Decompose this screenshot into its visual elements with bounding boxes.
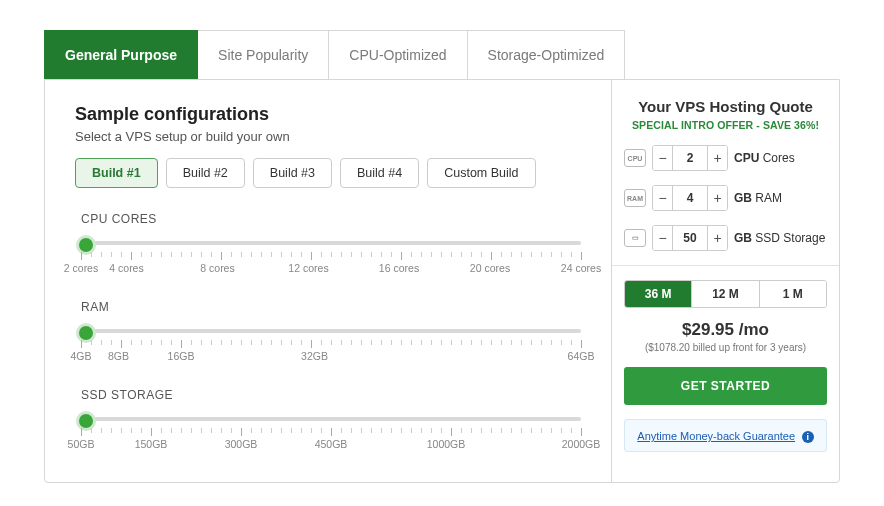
ram-slider-label: RAM <box>81 300 581 314</box>
tab-storage-optimized[interactable]: Storage-Optimized <box>468 30 626 79</box>
ssd-mark-150: 150GB <box>135 438 168 450</box>
cpu-slider[interactable] <box>81 236 581 250</box>
info-icon[interactable]: i <box>802 431 814 443</box>
config-panel: Sample configurations Select a VPS setup… <box>44 79 840 483</box>
custom-build-button[interactable]: Custom Build <box>427 158 535 188</box>
ssd-marks: 50GB 150GB 300GB 450GB 1000GB 2000GB <box>81 438 581 452</box>
ssd-mark-1000: 1000GB <box>427 438 466 450</box>
ssd-ruler <box>81 428 581 438</box>
quote-title: Your VPS Hosting Quote <box>624 98 827 115</box>
ram-track <box>81 329 581 333</box>
ram-label: GB RAM <box>734 191 782 205</box>
build-1-button[interactable]: Build #1 <box>75 158 158 188</box>
ram-slider[interactable] <box>81 324 581 338</box>
ram-mark-64: 64GB <box>568 350 595 362</box>
cpu-minus-button[interactable]: − <box>653 146 673 170</box>
cpu-mark-20: 20 cores <box>470 262 510 274</box>
ssd-value: 50 <box>673 226 707 250</box>
ram-icon: RAM <box>624 189 646 207</box>
ssd-mark-300: 300GB <box>225 438 258 450</box>
ram-ruler <box>81 340 581 350</box>
ram-minus-button[interactable]: − <box>653 186 673 210</box>
cpu-slider-group: CPU CORES 2 cores 4 cores 8 cores 12 cor… <box>75 212 581 276</box>
term-1m[interactable]: 1 M <box>759 281 826 307</box>
ssd-minus-button[interactable]: − <box>653 226 673 250</box>
cpu-track <box>81 241 581 245</box>
ssd-mark-2000: 2000GB <box>562 438 601 450</box>
tab-general-purpose[interactable]: General Purpose <box>44 30 198 79</box>
ssd-icon: ▭ <box>624 229 646 247</box>
ssd-mark-50: 50GB <box>68 438 95 450</box>
cpu-value: 2 <box>673 146 707 170</box>
cpu-mark-12: 12 cores <box>288 262 328 274</box>
cpu-plus-button[interactable]: + <box>707 146 727 170</box>
build-4-button[interactable]: Build #4 <box>340 158 419 188</box>
guarantee-link[interactable]: Anytime Money-back Guarantee <box>637 430 795 442</box>
cpu-spec-row: CPU − 2 + CPU Cores <box>624 145 827 171</box>
ssd-slider[interactable] <box>81 412 581 426</box>
cpu-label: CPU Cores <box>734 151 795 165</box>
config-subtitle: Select a VPS setup or build your own <box>75 129 581 144</box>
ram-marks: 4GB 8GB 16GB 32GB 64GB <box>81 350 581 364</box>
ssd-stepper: − 50 + <box>652 225 728 251</box>
term-selector: 36 M 12 M 1 M <box>624 280 827 308</box>
cpu-mark-2: 2 cores <box>64 262 98 274</box>
ram-mark-8: 8GB <box>108 350 129 362</box>
ssd-plus-button[interactable]: + <box>707 226 727 250</box>
ram-stepper: − 4 + <box>652 185 728 211</box>
price-note: ($1078.20 billed up front for 3 years) <box>624 342 827 353</box>
cpu-mark-24: 24 cores <box>561 262 601 274</box>
config-left: Sample configurations Select a VPS setup… <box>45 80 611 482</box>
cpu-icon: CPU <box>624 149 646 167</box>
tab-cpu-optimized[interactable]: CPU-Optimized <box>329 30 467 79</box>
ssd-slider-group: SSD STORAGE 50GB 150GB 300GB 450GB 1000G… <box>75 388 581 452</box>
quote-panel: Your VPS Hosting Quote SPECIAL INTRO OFF… <box>611 80 839 482</box>
ssd-slider-label: SSD STORAGE <box>81 388 581 402</box>
ram-mark-32: 32GB <box>301 350 328 362</box>
cpu-ruler <box>81 252 581 262</box>
ram-slider-group: RAM 4GB 8GB 16GB 32GB 64GB <box>75 300 581 364</box>
build-presets: Build #1 Build #2 Build #3 Build #4 Cust… <box>75 158 581 188</box>
cpu-marks: 2 cores 4 cores 8 cores 12 cores 16 core… <box>81 262 581 276</box>
ssd-track <box>81 417 581 421</box>
price: $29.95 /mo <box>624 320 827 340</box>
term-36m[interactable]: 36 M <box>625 281 691 307</box>
ssd-label: GB SSD Storage <box>734 231 825 245</box>
ram-mark-4: 4GB <box>70 350 91 362</box>
cpu-mark-4: 4 cores <box>109 262 143 274</box>
ram-spec-row: RAM − 4 + GB RAM <box>624 185 827 211</box>
cpu-slider-label: CPU CORES <box>81 212 581 226</box>
cpu-stepper: − 2 + <box>652 145 728 171</box>
config-title: Sample configurations <box>75 104 581 125</box>
ram-value: 4 <box>673 186 707 210</box>
guarantee-box: Anytime Money-back Guarantee i <box>624 419 827 452</box>
quote-offer: SPECIAL INTRO OFFER - SAVE 36%! <box>624 119 827 131</box>
cpu-mark-8: 8 cores <box>200 262 234 274</box>
term-12m[interactable]: 12 M <box>691 281 758 307</box>
quote-divider <box>612 265 839 266</box>
get-started-button[interactable]: GET STARTED <box>624 367 827 405</box>
plan-tabs: General Purpose Site Popularity CPU-Opti… <box>44 30 840 79</box>
cpu-mark-16: 16 cores <box>379 262 419 274</box>
ram-mark-16: 16GB <box>168 350 195 362</box>
tab-site-popularity[interactable]: Site Popularity <box>198 30 329 79</box>
ssd-spec-row: ▭ − 50 + GB SSD Storage <box>624 225 827 251</box>
ssd-mark-450: 450GB <box>315 438 348 450</box>
build-2-button[interactable]: Build #2 <box>166 158 245 188</box>
build-3-button[interactable]: Build #3 <box>253 158 332 188</box>
ram-plus-button[interactable]: + <box>707 186 727 210</box>
